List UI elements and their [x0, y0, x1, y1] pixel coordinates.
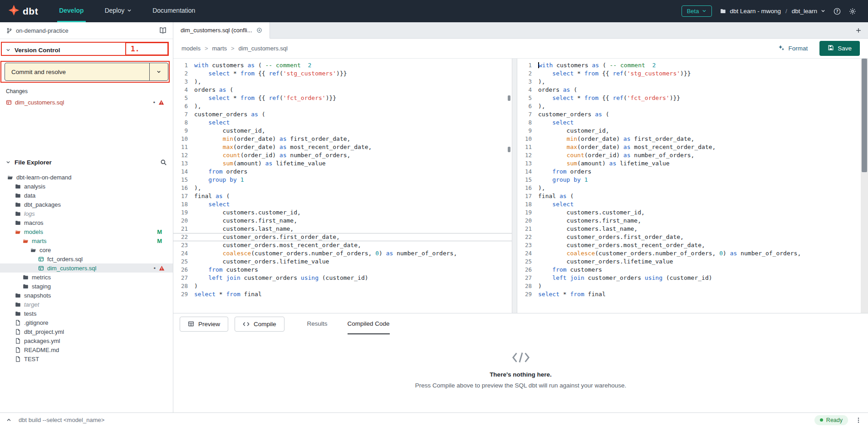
compile-button[interactable]: Compile [235, 317, 284, 332]
help-icon[interactable]: ? [834, 8, 841, 15]
tree-item-macros[interactable]: macros [0, 218, 173, 227]
code-line-20[interactable]: 20 customers.first_name, [173, 217, 512, 225]
code-line-27[interactable]: 27 left join customer_orders using (cust… [517, 274, 861, 282]
code-line-11[interactable]: 11 max(order_date) as most_recent_order_… [517, 143, 861, 151]
commit-and-resolve-button[interactable]: Commit and resolve [5, 63, 168, 81]
tab-results[interactable]: Results [307, 313, 328, 334]
code-line-8[interactable]: 8 select [173, 119, 512, 127]
code-line-6[interactable]: 6), [173, 102, 512, 110]
code-line-18[interactable]: 18 select [173, 200, 512, 209]
account-project-selector[interactable]: dbt Learn - mwong / dbt_learn [720, 8, 825, 15]
code-line-22[interactable]: 22 customer_orders.first_order_date, [517, 233, 861, 241]
editor-scrollbar[interactable] [861, 59, 868, 313]
tree-item-tests[interactable]: tests [0, 309, 173, 318]
code-line-21[interactable]: 21 customers.last_name, [173, 225, 512, 233]
code-line-4[interactable]: 4orders as ( [173, 86, 512, 94]
code-line-14[interactable]: 14 from orders [173, 168, 512, 176]
tree-item-core[interactable]: core [0, 245, 173, 254]
code-line-29[interactable]: 29select * from final [173, 290, 512, 298]
chevron-up-icon[interactable] [6, 417, 11, 422]
command-input[interactable]: dbt build --select <model_name> [19, 417, 104, 423]
tree-item-dbt-learn-on-demand[interactable]: dbt-learn-on-demand [0, 173, 173, 182]
breadcrumb-item-marts[interactable]: marts [212, 45, 227, 52]
tree-item-models[interactable]: modelsM [0, 227, 173, 236]
code-line-2[interactable]: 2 select * from {{ ref('stg_customers')}… [173, 70, 512, 78]
gear-icon[interactable] [849, 8, 856, 15]
code-line-16[interactable]: 16), [517, 184, 861, 192]
preview-button[interactable]: Preview [180, 317, 228, 332]
kebab-menu-icon[interactable] [855, 417, 862, 423]
code-line-25[interactable]: 25 customer_orders.lifetime_value [173, 258, 512, 266]
code-line-9[interactable]: 9 customer_id, [517, 127, 861, 135]
scrollbar-thumb[interactable] [862, 59, 867, 172]
code-line-26[interactable]: 26 from customers [517, 266, 861, 274]
code-line-17[interactable]: 17final as ( [173, 192, 512, 200]
code-line-15[interactable]: 15 group by 1 [173, 176, 512, 184]
code-line-24[interactable]: 24 coalesce(customer_orders.number_of_or… [173, 249, 512, 258]
nav-item-develop[interactable]: Develop [57, 0, 85, 22]
code-line-7[interactable]: 7customer_orders as ( [517, 110, 861, 119]
code-line-28[interactable]: 28) [517, 282, 861, 290]
tree-item-readme-md[interactable]: README.md [0, 345, 173, 354]
code-line-16[interactable]: 16), [173, 184, 512, 192]
code-line-7[interactable]: 7customer_orders as ( [173, 110, 512, 119]
tree-item-logs[interactable]: logs [0, 209, 173, 218]
code-line-15[interactable]: 15 group by 1 [517, 176, 861, 184]
code-line-18[interactable]: 18 select [517, 200, 861, 209]
docs-book-icon[interactable] [159, 27, 167, 34]
code-line-23[interactable]: 23 customer_orders.most_recent_order_dat… [517, 241, 861, 249]
code-line-21[interactable]: 21 customers.last_name, [517, 225, 861, 233]
code-line-19[interactable]: 19 customers.customer_id, [517, 209, 861, 217]
code-line-25[interactable]: 25 customer_orders.lifetime_value [517, 258, 861, 266]
code-line-3[interactable]: 3), [517, 78, 861, 86]
format-button[interactable]: Format [778, 45, 808, 52]
tree-item-dbt-project-yml[interactable]: dbt_project.yml [0, 327, 173, 336]
code-line-12[interactable]: 12 count(order_id) as number_of_orders, [517, 151, 861, 159]
code-line-29[interactable]: 29select * from final [517, 290, 861, 298]
chevron-down-icon[interactable] [150, 70, 168, 74]
version-control-section-header[interactable]: Version Control [0, 44, 173, 56]
tree-item-marts[interactable]: martsM [0, 236, 173, 245]
tree-item-metrics[interactable]: metrics [0, 273, 173, 282]
tree-item-gitignore[interactable]: .gitignore [0, 318, 173, 327]
change-item-dim-customers-sql[interactable]: dim_customers.sql• [0, 97, 173, 107]
code-line-11[interactable]: 11 max(order_date) as most_recent_order_… [173, 143, 512, 151]
nav-item-deploy[interactable]: Deploy [103, 0, 134, 22]
code-line-8[interactable]: 8 select [517, 119, 861, 127]
code-line-1[interactable]: 1with customers as ( -- comment 2 [517, 61, 861, 70]
code-line-14[interactable]: 14 from orders [517, 168, 861, 176]
code-line-1[interactable]: 1with customers as ( -- comment 2 [173, 61, 512, 70]
code-line-13[interactable]: 13 sum(amount) as lifetime_value [173, 159, 512, 168]
code-line-23[interactable]: 23 customer_orders.most_recent_order_dat… [173, 241, 512, 249]
tree-item-packages-yml[interactable]: packages.yml [0, 336, 173, 345]
new-tab-button[interactable] [855, 22, 862, 38]
code-line-27[interactable]: 27 left join customer_orders using (cust… [173, 274, 512, 282]
editor-pane-left[interactable]: 1with customers as ( -- comment 22 selec… [173, 59, 512, 313]
pane-divider[interactable] [512, 59, 517, 313]
tab-compiled-code[interactable]: Compiled Code [348, 313, 390, 334]
editor-pane-right[interactable]: 1with customers as ( -- comment 22 selec… [517, 59, 861, 313]
code-line-3[interactable]: 3), [173, 78, 512, 86]
code-line-2[interactable]: 2 select * from {{ ref('stg_customers')}… [517, 70, 861, 78]
breadcrumb-item-models[interactable]: models [181, 45, 201, 52]
save-button[interactable]: Save [819, 41, 860, 56]
tree-item-target[interactable]: target [0, 300, 173, 309]
code-line-13[interactable]: 13 sum(amount) as lifetime_value [517, 159, 861, 168]
code-line-28[interactable]: 28) [173, 282, 512, 290]
branch-row[interactable]: on-demand-practice [0, 22, 173, 39]
code-line-22[interactable]: 22 customer_orders.first_order_date, [173, 233, 512, 241]
nav-item-documentation[interactable]: Documentation [151, 0, 197, 22]
tree-item-snapshots[interactable]: snapshots [0, 291, 173, 300]
code-line-19[interactable]: 19 customers.customer_id, [173, 209, 512, 217]
code-line-5[interactable]: 5 select * from {{ ref('fct_orders')}} [173, 94, 512, 102]
code-line-5[interactable]: 5 select * from {{ ref('fct_orders')}} [517, 94, 861, 102]
code-line-12[interactable]: 12 count(order_id) as number_of_orders, [173, 151, 512, 159]
tab-dim-customers[interactable]: dim_customers.sql (confli... [173, 22, 270, 39]
file-explorer-section-header[interactable]: File Explorer [0, 156, 173, 168]
dbt-logo[interactable]: dbt [8, 0, 38, 22]
code-line-20[interactable]: 20 customers.first_name, [517, 217, 861, 225]
breadcrumb-item-dim-customers-sql[interactable]: dim_customers.sql [239, 45, 288, 52]
tree-item-test[interactable]: TEST [0, 354, 173, 363]
tree-item-data[interactable]: data [0, 191, 173, 200]
beta-toggle[interactable]: Beta [682, 5, 712, 17]
